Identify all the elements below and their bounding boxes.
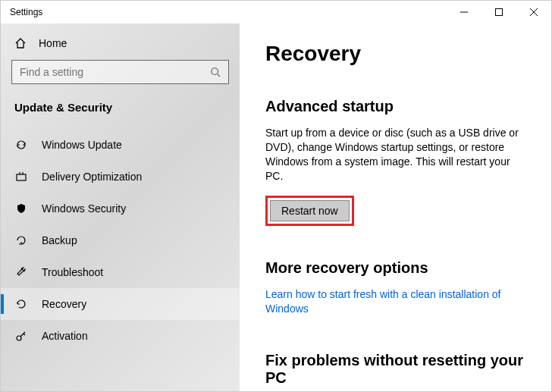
home-nav[interactable]: Home — [1, 30, 240, 60]
home-label: Home — [39, 37, 67, 49]
sidebar-item-windows-security[interactable]: Windows Security — [1, 193, 240, 224]
advanced-startup-heading: Advanced startup — [265, 98, 525, 115]
home-icon — [14, 37, 27, 49]
sidebar-item-label: Recovery — [42, 298, 86, 310]
sidebar-item-activation[interactable]: Activation — [1, 320, 240, 352]
restart-now-button[interactable]: Restart now — [270, 200, 350, 221]
window-title: Settings — [10, 7, 42, 17]
svg-point-1 — [212, 68, 218, 75]
svg-rect-2 — [17, 174, 26, 180]
recovery-icon — [14, 298, 28, 310]
key-icon — [14, 330, 28, 342]
search-input[interactable] — [20, 66, 210, 78]
more-recovery-heading: More recovery options — [265, 259, 525, 277]
sidebar-item-delivery-optimization[interactable]: Delivery Optimization — [1, 161, 240, 193]
fresh-install-link[interactable]: Learn how to start fresh with a clean in… — [265, 287, 525, 317]
advanced-startup-desc: Start up from a device or disc (such as … — [265, 126, 525, 183]
settings-window: Settings Home — [0, 0, 552, 392]
close-button[interactable] — [516, 1, 551, 24]
sidebar-item-recovery[interactable]: Recovery — [1, 288, 240, 320]
category-header: Update & Security — [1, 98, 240, 129]
sidebar-item-label: Activation — [42, 330, 88, 342]
nav-list: Windows Update Delivery Optimization Win… — [1, 129, 240, 391]
shield-icon — [14, 202, 28, 215]
search-icon — [210, 67, 221, 77]
sidebar-item-backup[interactable]: Backup — [1, 224, 240, 256]
sidebar-item-label: Windows Update — [42, 139, 122, 151]
wrench-icon — [14, 266, 28, 278]
delivery-icon — [14, 171, 28, 183]
minimize-button[interactable] — [447, 1, 481, 24]
sync-icon — [14, 139, 28, 151]
sidebar-item-label: Delivery Optimization — [42, 171, 142, 183]
sidebar: Home Update & Security Windows Update — [1, 24, 240, 391]
content-pane: Recovery Advanced startup Start up from … — [240, 24, 551, 391]
backup-icon — [14, 234, 28, 246]
fix-problems-heading: Fix problems without resetting your PC — [265, 352, 525, 387]
maximize-button[interactable] — [481, 1, 516, 24]
page-title: Recovery — [265, 42, 525, 66]
sidebar-item-troubleshoot[interactable]: Troubleshoot — [1, 256, 240, 288]
sidebar-item-label: Backup — [42, 234, 77, 246]
sidebar-item-label: Windows Security — [42, 202, 126, 215]
search-box[interactable] — [11, 60, 229, 84]
highlight-annotation: Restart now — [265, 196, 354, 226]
sidebar-item-label: Troubleshoot — [42, 266, 103, 278]
sidebar-item-windows-update[interactable]: Windows Update — [1, 129, 240, 161]
svg-rect-0 — [496, 9, 503, 16]
titlebar: Settings — [1, 1, 551, 24]
